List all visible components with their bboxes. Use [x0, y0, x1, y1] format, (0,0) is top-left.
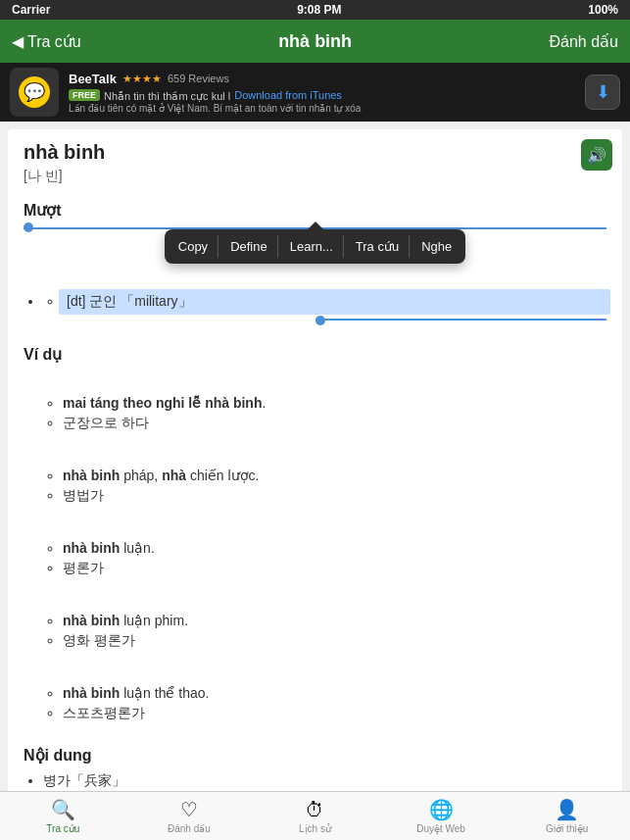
ad-banner: 💬 BeeTalk ★★★★ 659 Reviews FREE Nhắn tin… — [0, 63, 630, 122]
tab-gioithieu-label: Giới thiệu — [546, 823, 588, 834]
ad-reviews: 659 Reviews — [168, 73, 229, 84]
time-label: 9:08 PM — [297, 3, 341, 17]
sound-button[interactable]: 🔊 — [581, 139, 612, 171]
context-menu: Copy Define Learn... Tra cứu Nghe — [165, 229, 465, 264]
tab-lichsu[interactable]: ⏱ Lịch sử — [252, 799, 378, 834]
status-bar: Carrier 9:08 PM 100% — [0, 0, 630, 20]
definition-highlighted: [dt] 군인 「military」 — [59, 289, 610, 315]
person-icon: 👤 — [555, 798, 579, 821]
bookmark-button[interactable]: Đánh dấu — [550, 32, 619, 51]
back-chevron-icon: ◀ — [12, 32, 24, 51]
meaning-label: Mượt — [24, 201, 606, 220]
list-item: 병법가 — [63, 487, 606, 505]
list-item: 병가「兵家」 — [43, 772, 606, 790]
globe-icon: 🌐 — [429, 798, 454, 821]
tab-tracuu-label: Tra cứu — [46, 823, 79, 834]
tab-tracuu[interactable]: 🔍 Tra cứu — [0, 798, 126, 834]
tab-danhday[interactable]: ♡ Đánh dấu — [126, 798, 253, 834]
list-item: 영화 평론가 — [63, 632, 606, 650]
tab-bar: 🔍 Tra cứu ♡ Đánh dấu ⏱ Lịch sử 🌐 Duyệt W… — [0, 791, 630, 840]
ad-content: BeeTalk ★★★★ 659 Reviews FREE Nhắn tin t… — [69, 72, 575, 114]
content-list: 병가「兵家」 — [24, 772, 606, 790]
nav-bar: ◀ Tra cứu nhà binh Đánh dấu — [0, 20, 630, 63]
tab-gioithieu[interactable]: 👤 Giới thiệu — [504, 798, 630, 834]
context-menu-nghe[interactable]: Nghe — [412, 235, 461, 258]
examples-list: mai táng theo nghi lễ nhà binh. 군장으로 하다 … — [24, 371, 606, 730]
ad-stars: ★★★★ — [122, 73, 162, 85]
list-item: nhà binh luận phim. 영화 평론가 — [43, 589, 606, 658]
list-item: nhà binh luận phim. — [63, 613, 606, 628]
context-menu-container: Copy Define Learn... Tra cứu Nghe [dt] 군… — [24, 229, 606, 325]
history-icon: ⏱ — [305, 799, 324, 821]
list-item: 군장으로 하다 — [63, 415, 606, 432]
context-menu-tracuu[interactable]: Tra cứu — [346, 235, 410, 258]
list-item: nhà binh luận thể thao. — [63, 685, 606, 701]
nav-title: nhà binh — [278, 31, 352, 52]
list-item: mai táng theo nghi lễ nhà binh. 군장으로 하다 — [43, 371, 606, 440]
context-menu-learn[interactable]: Learn... — [280, 235, 344, 258]
list-item: 스포츠평론가 — [63, 705, 606, 722]
back-label: Tra cứu — [27, 32, 81, 51]
main-content: 🔊 nhà binh [나 빈] Mượt Copy Define Learn.… — [8, 129, 622, 806]
ad-download-button[interactable]: ⬇ — [585, 74, 620, 110]
battery-label: 100% — [588, 3, 618, 17]
context-menu-arrow — [308, 222, 323, 229]
back-button[interactable]: ◀ Tra cứu — [12, 32, 81, 51]
word-title: nhà binh — [24, 141, 606, 164]
ad-desc: Nhắn tin thì thầm cực kul l — [104, 90, 230, 103]
tab-lichsu-label: Lịch sử — [299, 823, 331, 834]
context-menu-define[interactable]: Define — [220, 235, 278, 258]
meaning-list: [dt] 군인 「military」 — [24, 270, 606, 315]
list-item: nhà binh pháp, nhà chiến lược. — [63, 468, 606, 483]
tab-duyetweb[interactable]: 🌐 Duyệt Web — [378, 798, 505, 834]
list-item: 평론가 — [63, 560, 606, 577]
ad-desc2: Lần đầu tiên có mặt ở Việt Nam. Bí mật a… — [69, 103, 575, 114]
ad-app-name: BeeTalk — [69, 72, 117, 86]
tab-duyetweb-label: Duyệt Web — [416, 823, 465, 834]
examples-label: Ví dụ — [24, 345, 606, 364]
content-label: Nội dung — [24, 746, 606, 765]
word-phonetic: [나 빈] — [24, 168, 606, 185]
context-menu-copy[interactable]: Copy — [169, 235, 218, 258]
list-item: nhà binh luận. 평론가 — [43, 517, 606, 585]
list-item: mai táng theo nghi lễ nhà binh. — [63, 395, 606, 411]
ad-free-badge: FREE — [69, 89, 100, 101]
list-item: nhà binh pháp, nhà chiến lược. 병법가 — [43, 444, 606, 513]
tab-danhdau-label: Đánh dấu — [168, 823, 211, 834]
ad-app-icon: 💬 — [10, 68, 59, 117]
search-icon: 🔍 — [51, 798, 75, 821]
list-item: nhà binh luận. — [63, 540, 606, 556]
list-item: nhà binh luận thể thao. 스포츠평론가 — [43, 662, 606, 730]
carrier-label: Carrier — [12, 3, 50, 17]
ad-download-link[interactable]: Download from iTunes — [234, 89, 342, 101]
bookmark-icon: ♡ — [180, 798, 198, 821]
